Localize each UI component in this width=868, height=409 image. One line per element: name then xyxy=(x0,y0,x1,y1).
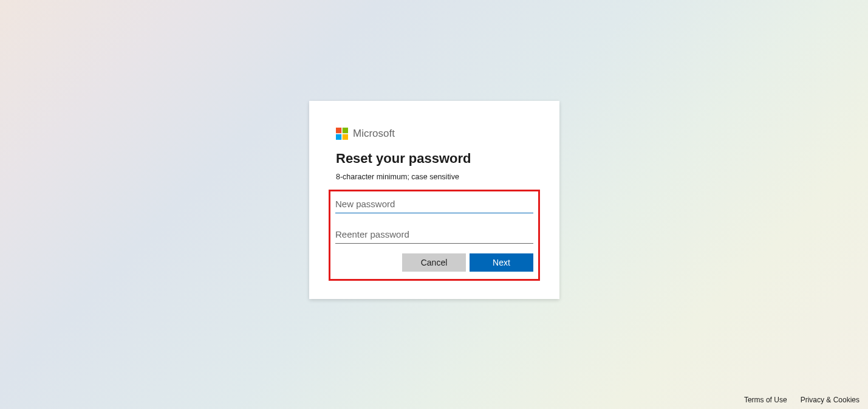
next-button[interactable]: Next xyxy=(470,253,533,272)
brand-name: Microsoft xyxy=(353,128,395,140)
brand-row: Microsoft xyxy=(336,128,533,140)
terms-link[interactable]: Terms of Use xyxy=(744,396,787,404)
svg-rect-2 xyxy=(336,134,341,140)
svg-rect-1 xyxy=(343,128,348,133)
highlight-annotation: Cancel Next xyxy=(329,190,540,281)
password-rules-text: 8-character minimum; case sensitive xyxy=(336,173,533,181)
cancel-button[interactable]: Cancel xyxy=(402,253,466,272)
footer-links: Terms of Use Privacy & Cookies xyxy=(744,396,859,404)
microsoft-logo-icon xyxy=(336,128,348,140)
page-title: Reset your password xyxy=(336,151,533,167)
svg-rect-0 xyxy=(336,128,341,133)
new-password-wrap xyxy=(335,193,533,213)
reenter-password-input[interactable] xyxy=(335,223,533,244)
new-password-input[interactable] xyxy=(335,193,533,213)
privacy-link[interactable]: Privacy & Cookies xyxy=(801,396,859,404)
button-row: Cancel Next xyxy=(335,253,533,272)
reenter-password-wrap xyxy=(335,223,533,244)
reset-password-card: Microsoft Reset your password 8-characte… xyxy=(309,101,559,299)
svg-rect-3 xyxy=(343,134,348,140)
